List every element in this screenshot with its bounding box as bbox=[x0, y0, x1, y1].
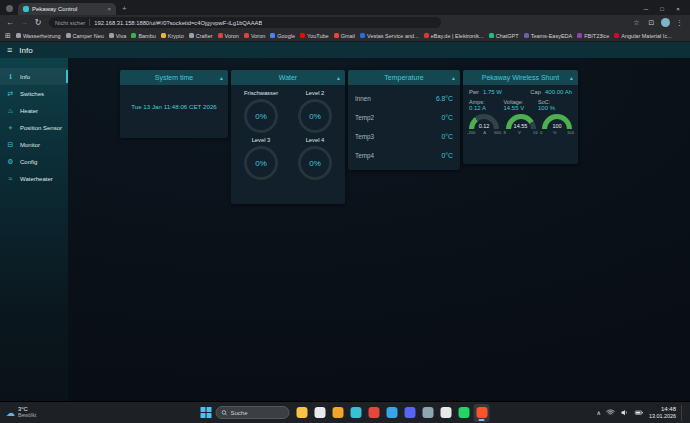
bookmark-item[interactable]: ChatGPT bbox=[489, 33, 519, 39]
extensions-icon[interactable]: ⊡ bbox=[646, 19, 657, 27]
clock-date: 13.01.2026 bbox=[649, 413, 676, 419]
bookmark-star-icon[interactable]: ☆ bbox=[631, 19, 642, 27]
apps-grid-icon[interactable]: ⊞ bbox=[5, 32, 11, 40]
bookmark-item[interactable]: Voron bbox=[244, 33, 265, 39]
sidebar-item-monitor[interactable]: ⊟Monitor bbox=[0, 136, 68, 153]
back-icon[interactable]: ← bbox=[5, 18, 15, 27]
bookmark-item[interactable]: Teams-EasyEDA bbox=[524, 33, 573, 39]
bookmark-item[interactable]: eBay.de | Elektronik... bbox=[424, 33, 484, 39]
browser-logo-icon[interactable] bbox=[6, 5, 13, 12]
bookmark-item[interactable]: FBIT23lce bbox=[577, 33, 609, 39]
sidebar-item-label: Position Sensor bbox=[20, 125, 62, 131]
taskbar-weather-widget[interactable]: ☁ 3°C Bewölkt bbox=[6, 406, 156, 419]
discord-icon[interactable] bbox=[402, 404, 418, 422]
bookmark-item[interactable]: Bambu bbox=[131, 33, 155, 39]
window-maximize-button[interactable]: □ bbox=[654, 2, 670, 15]
explorer-icon[interactable] bbox=[294, 404, 310, 422]
taskbar-search[interactable]: Suche bbox=[216, 406, 290, 419]
profile-avatar[interactable] bbox=[661, 18, 670, 27]
steam-icon[interactable] bbox=[420, 404, 436, 422]
bookmark-item[interactable]: Vestas Service and... bbox=[360, 33, 419, 39]
bookmark-item[interactable]: Google bbox=[270, 33, 295, 39]
shunt-card-header[interactable]: Pekaway Wireless Shunt ▲ bbox=[463, 70, 578, 85]
wifi-icon[interactable] bbox=[606, 408, 615, 417]
weather-condition: Bewölkt bbox=[18, 413, 36, 419]
browser-tab[interactable]: Pekaway Control × bbox=[18, 3, 116, 15]
sidebar-item-heater[interactable]: ♨Heater bbox=[0, 102, 68, 119]
bookmark-item[interactable]: Crafter bbox=[189, 33, 213, 39]
water-card-header[interactable]: Water ▲ bbox=[231, 70, 345, 85]
mail-glyph bbox=[314, 407, 325, 418]
bookmark-favicon-icon bbox=[244, 33, 249, 38]
bookmark-label: Bambu bbox=[138, 33, 155, 39]
brave-icon[interactable] bbox=[474, 404, 490, 422]
reload-icon[interactable]: ↻ bbox=[33, 18, 43, 27]
vscode-icon[interactable] bbox=[384, 404, 400, 422]
sidebar-item-info[interactable]: ℹInfo bbox=[0, 68, 68, 85]
bookmark-item[interactable]: Viva bbox=[109, 33, 127, 39]
hamburger-menu-icon[interactable]: ≡ bbox=[7, 45, 12, 55]
shunt-gauges: 0.12-200A50014.558V161000%100 bbox=[463, 111, 578, 139]
volume-icon[interactable] bbox=[620, 408, 629, 417]
tab-favicon-icon bbox=[23, 6, 29, 12]
bookmark-label: FBIT23lce bbox=[584, 33, 609, 39]
new-tab-button[interactable]: + bbox=[122, 4, 127, 13]
bookmark-item[interactable]: Wasserheizung bbox=[16, 33, 61, 39]
sidebar-item-waterheater[interactable]: ≈Waterheater bbox=[0, 170, 68, 187]
tab-close-icon[interactable]: × bbox=[107, 6, 111, 12]
battery-icon[interactable] bbox=[634, 408, 644, 417]
bookmark-item[interactable]: Krypto bbox=[161, 33, 184, 39]
sidebar-item-config[interactable]: ⚙Config bbox=[0, 153, 68, 170]
browser-menu-icon[interactable]: ⋮ bbox=[674, 19, 685, 27]
show-desktop-button[interactable] bbox=[681, 405, 684, 421]
bookmark-item[interactable]: Angular Material Ic... bbox=[614, 33, 671, 39]
window-close-button[interactable]: × bbox=[670, 2, 686, 15]
sidebar-item-label: Switches bbox=[20, 91, 44, 97]
bookmark-favicon-icon bbox=[524, 33, 529, 38]
temperature-card-header[interactable]: Temperature ▲ bbox=[348, 70, 460, 85]
shunt-pwr-value: 1.75 W bbox=[483, 89, 502, 95]
bookmark-item[interactable]: Voron bbox=[218, 33, 239, 39]
cloud-weather-icon: ☁ bbox=[6, 408, 15, 418]
config-icon: ⚙ bbox=[6, 158, 15, 166]
bookmark-item[interactable]: YouTube bbox=[300, 33, 329, 39]
temperature-value: 0°C bbox=[442, 133, 453, 140]
level-gauge-ring: 0% bbox=[298, 146, 332, 180]
temperature-label: Temp4 bbox=[355, 152, 374, 159]
whatsapp-icon[interactable] bbox=[456, 404, 472, 422]
github-icon[interactable] bbox=[438, 404, 454, 422]
shunt-card-title: Pekaway Wireless Shunt bbox=[482, 74, 559, 81]
edge-icon[interactable] bbox=[348, 404, 364, 422]
app-body: ℹInfo⇄Switches♨Heater⌖Position Sensor⊟Mo… bbox=[0, 58, 690, 401]
url-text[interactable]: 192.168.31.158:1880/ui/#!/0?socketid=c4O… bbox=[94, 20, 262, 26]
bookmark-item[interactable]: Camper Neu bbox=[66, 33, 104, 39]
sidebar-item-position-sensor[interactable]: ⌖Position Sensor bbox=[0, 119, 68, 136]
tab-title: Pekaway Control bbox=[32, 6, 104, 12]
system-time-card-header[interactable]: System time ▲ bbox=[120, 70, 228, 85]
sidebar-item-switches[interactable]: ⇄Switches bbox=[0, 85, 68, 102]
temperature-card-title: Temperature bbox=[384, 74, 423, 81]
mail-icon[interactable] bbox=[312, 404, 328, 422]
water-gauge: Level 20% bbox=[289, 90, 341, 133]
tray-chevron-up-icon[interactable]: ∧ bbox=[597, 409, 601, 416]
start-button[interactable] bbox=[201, 407, 212, 418]
collapse-caret-icon[interactable]: ▲ bbox=[451, 75, 456, 81]
gauge-min-label: 8 bbox=[504, 130, 506, 135]
bookmark-favicon-icon bbox=[66, 33, 71, 38]
collapse-caret-icon[interactable]: ▲ bbox=[569, 75, 574, 81]
bookmarks-bar: ⊞ WasserheizungCamper NeuVivaBambuKrypto… bbox=[0, 30, 690, 42]
bookmark-item[interactable]: Gmail bbox=[334, 33, 355, 39]
bookmark-label: Google bbox=[277, 33, 295, 39]
security-label[interactable]: Nicht sicher bbox=[55, 20, 85, 26]
position-sensor-icon: ⌖ bbox=[6, 124, 15, 132]
collapse-caret-icon[interactable]: ▲ bbox=[219, 75, 224, 81]
chrome-icon[interactable] bbox=[366, 404, 382, 422]
address-bar[interactable]: Nicht sicher 192.168.31.158:1880/ui/#!/0… bbox=[49, 17, 441, 28]
water-gauge-label: Level 4 bbox=[306, 137, 325, 143]
taskbar-clock[interactable]: 14:48 13.01.2026 bbox=[649, 406, 676, 420]
bookmark-label: Crafter bbox=[196, 33, 213, 39]
photos-icon[interactable] bbox=[330, 404, 346, 422]
collapse-caret-icon[interactable]: ▲ bbox=[336, 75, 341, 81]
forward-icon[interactable]: → bbox=[19, 18, 29, 27]
window-minimize-button[interactable]: ─ bbox=[638, 2, 654, 15]
